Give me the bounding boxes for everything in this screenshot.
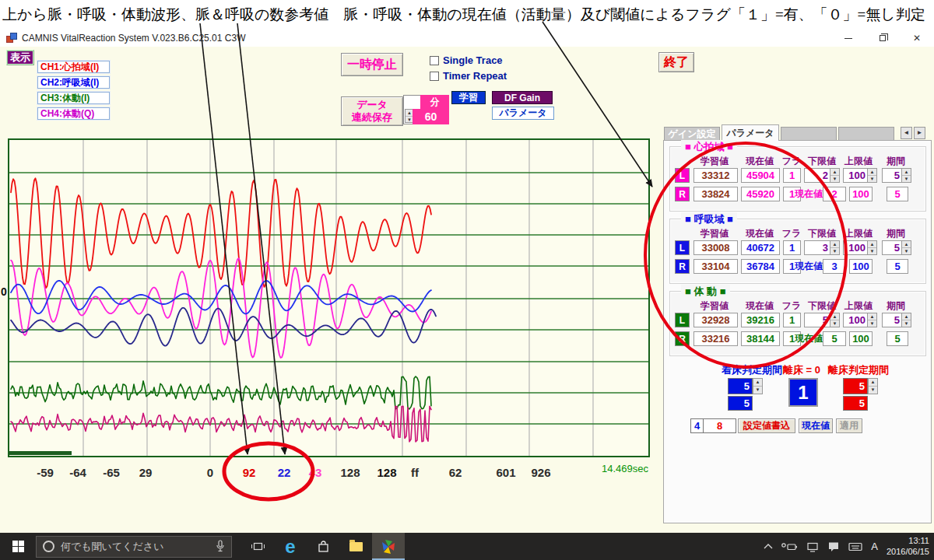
current-value-field[interactable]: 45920 <box>741 187 780 201</box>
spinner-arrows[interactable]: ▲▼ <box>901 240 911 255</box>
apply-button[interactable]: 適用 <box>836 418 862 433</box>
spin-up-icon[interactable]: ▲ <box>868 169 876 175</box>
period-field[interactable]: 5 <box>887 187 908 201</box>
learn-button[interactable]: 学習 <box>451 91 486 104</box>
learn-value-field[interactable]: 33216 <box>693 331 738 346</box>
spin-down-icon[interactable]: ▼ <box>830 247 839 254</box>
spin-up-icon[interactable]: ▲ <box>830 169 839 175</box>
learn-value-field[interactable]: 33008 <box>693 240 738 255</box>
save-data-button[interactable]: データ 連続保存 <box>341 96 403 126</box>
spin-down-icon[interactable]: ▼ <box>902 320 911 327</box>
spin-up-icon[interactable]: ▲ <box>868 241 876 247</box>
checkbox-icon[interactable] <box>430 56 439 65</box>
period-field[interactable]: 5 <box>887 331 908 346</box>
spinner-arrows[interactable]: ▲▼ <box>830 168 840 183</box>
spinner-arrows[interactable]: ▲▼ <box>830 240 840 255</box>
spinner-arrows[interactable]: ▲▼ <box>867 240 877 255</box>
current-value-field[interactable]: 39216 <box>741 313 780 327</box>
spin-down-icon[interactable]: ▼ <box>868 247 876 254</box>
lower-limit-field[interactable]: 2 <box>823 187 846 201</box>
current-value-field[interactable]: 38144 <box>741 331 780 346</box>
checkbox-icon[interactable] <box>430 72 439 81</box>
tab-empty-2[interactable] <box>838 127 894 140</box>
tab-empty-1[interactable] <box>781 127 837 140</box>
count-blue-field[interactable]: 4 <box>690 418 704 433</box>
spin-down-icon[interactable]: ▼ <box>830 175 839 182</box>
exit-button[interactable]: 終了 <box>658 52 694 72</box>
spin-down-icon[interactable]: ▼ <box>902 247 911 254</box>
current-value-field[interactable]: 36784 <box>741 259 780 274</box>
current-value-field[interactable]: 40672 <box>741 240 780 255</box>
upper-limit-field[interactable]: 100 <box>849 259 873 274</box>
flag-field[interactable]: 1 <box>783 168 801 183</box>
spinner-arrows[interactable]: ▲▼ <box>867 168 877 183</box>
timer-repeat-checkbox[interactable]: Timer Repeat <box>430 70 507 82</box>
tab-scroll-right-button[interactable]: ► <box>914 127 925 139</box>
parameter-button[interactable]: パラメータ <box>492 107 554 120</box>
onbed-period-spinner[interactable]: 5▲▼ <box>728 378 763 394</box>
spin-up-icon[interactable]: ▲ <box>830 241 839 247</box>
minimize-button[interactable] <box>831 30 866 47</box>
spin-down-icon[interactable]: ▼ <box>869 386 877 394</box>
spinner-arrows[interactable]: ▲▼ <box>901 168 911 183</box>
period-spinner[interactable]: 5▲▼ <box>882 313 911 327</box>
df-gain-button[interactable]: DF Gain <box>492 91 553 104</box>
spin-down-icon[interactable]: ▼ <box>753 386 762 394</box>
spinner-arrows[interactable]: ▲▼ <box>868 378 878 394</box>
spin-up-icon[interactable]: ▲ <box>869 379 877 386</box>
restore-button[interactable] <box>866 30 900 47</box>
learn-value-field[interactable]: 33824 <box>693 187 738 201</box>
spinner-arrows[interactable]: ▲▼ <box>830 313 840 327</box>
spin-up-icon[interactable]: ▲ <box>830 313 839 320</box>
spin-down-icon[interactable]: ▼ <box>902 175 911 182</box>
taskbar-search-input[interactable]: 何でも聞いてください <box>36 536 232 558</box>
edge-browser-button[interactable]: e <box>274 533 307 560</box>
spin-down-icon[interactable]: ▼ <box>830 320 839 327</box>
spin-up-icon[interactable]: ▲ <box>902 169 911 175</box>
period-spinner[interactable]: 5▲▼ <box>882 240 911 255</box>
leave-period-spinner[interactable]: 5▲▼ <box>843 378 878 394</box>
upper-limit-field[interactable]: 100 <box>849 331 873 346</box>
tray-expand-icon[interactable] <box>764 543 773 550</box>
ime-indicator[interactable]: A <box>871 541 878 552</box>
taskbar-clock[interactable]: 13:11 2016/06/15 <box>887 536 929 558</box>
spin-up-icon[interactable]: ▲ <box>753 379 762 386</box>
lower-limit-spinner[interactable]: 2▲▼ <box>804 168 840 183</box>
current-value-button[interactable]: 現在値 <box>799 418 833 433</box>
learn-value-field[interactable]: 33312 <box>693 168 738 183</box>
write-settings-button[interactable]: 設定値書込 <box>738 418 795 433</box>
period-spinner[interactable]: 5▲▼ <box>882 168 911 183</box>
pause-button[interactable]: 一時停止 <box>341 53 403 76</box>
battery-icon[interactable] <box>781 541 798 552</box>
close-button[interactable]: ✕ <box>900 30 934 47</box>
lower-limit-field[interactable]: 5 <box>823 331 846 346</box>
spin-up-icon[interactable]: ▲ <box>902 313 911 320</box>
keyboard-icon[interactable] <box>848 542 862 551</box>
spin-down-icon[interactable]: ▼ <box>868 320 876 327</box>
lower-limit-spinner[interactable]: 3▲▼ <box>804 240 840 255</box>
learn-value-field[interactable]: 33104 <box>693 259 738 274</box>
spinner-arrows[interactable]: ▲▼ <box>753 378 763 394</box>
spin-up-icon[interactable]: ▲ <box>868 313 876 320</box>
microphone-icon[interactable] <box>216 540 225 553</box>
channel-button-ch1[interactable]: CH1:心拍域(I) <box>37 61 110 73</box>
upper-limit-field[interactable]: 100 <box>849 187 873 201</box>
spinner-arrows[interactable]: ▲▼ <box>901 313 911 327</box>
store-button[interactable] <box>307 533 339 560</box>
single-trace-checkbox[interactable]: Single Trace <box>430 54 503 66</box>
spinner-arrows[interactable]: ▲▼ <box>867 313 877 327</box>
display-button[interactable]: 表示 <box>6 50 34 65</box>
current-value-field[interactable]: 45904 <box>741 168 780 183</box>
camnis-app-button[interactable] <box>372 533 405 560</box>
task-view-button[interactable] <box>241 533 274 560</box>
upper-limit-spinner[interactable]: 100▲▼ <box>843 168 877 183</box>
flag-field[interactable]: 1 <box>783 240 801 255</box>
period-field[interactable]: 5 <box>887 259 908 274</box>
upper-limit-spinner[interactable]: 100▲▼ <box>843 240 877 255</box>
channel-button-ch4[interactable]: CH4:体動(Q) <box>37 107 110 120</box>
spin-down-icon[interactable]: ▼ <box>868 175 876 182</box>
lower-limit-field[interactable]: 3 <box>823 259 846 274</box>
network-icon[interactable] <box>806 541 819 552</box>
spin-up-icon[interactable]: ▲ <box>902 241 911 247</box>
tab-scroll-left-button[interactable]: ◄ <box>901 127 912 139</box>
